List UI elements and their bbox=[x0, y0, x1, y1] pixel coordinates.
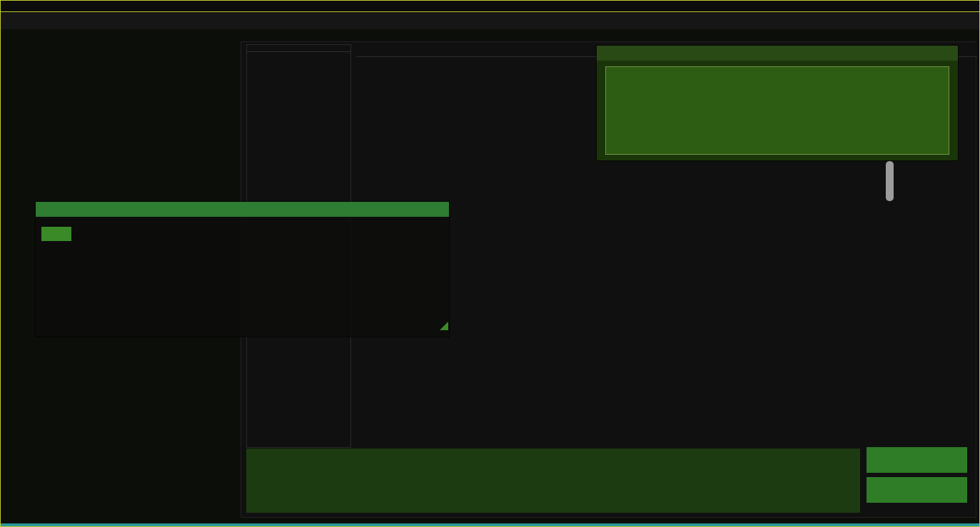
chat-scrollbar-thumb[interactable] bbox=[886, 161, 894, 201]
histogram-plot bbox=[605, 66, 949, 155]
send-file-button[interactable] bbox=[867, 447, 967, 473]
message-input[interactable] bbox=[246, 449, 860, 513]
histogram-window bbox=[597, 46, 958, 160]
paste-file-button[interactable] bbox=[867, 477, 967, 503]
resize-grip[interactable] bbox=[440, 322, 448, 330]
menu-bar bbox=[1, 13, 979, 29]
tab-debug[interactable] bbox=[356, 52, 376, 53]
app-window bbox=[0, 0, 980, 527]
join-window-body bbox=[36, 217, 449, 331]
bottom-accent-bar bbox=[1, 523, 979, 526]
members-count-header bbox=[247, 45, 350, 52]
join-button[interactable] bbox=[41, 227, 71, 241]
window-title-bar[interactable] bbox=[36, 202, 449, 217]
window-title-bar[interactable] bbox=[1, 1, 979, 12]
window-title-bar[interactable] bbox=[597, 46, 958, 61]
join-group-window bbox=[36, 202, 449, 337]
histogram-plot-svg bbox=[606, 67, 949, 154]
